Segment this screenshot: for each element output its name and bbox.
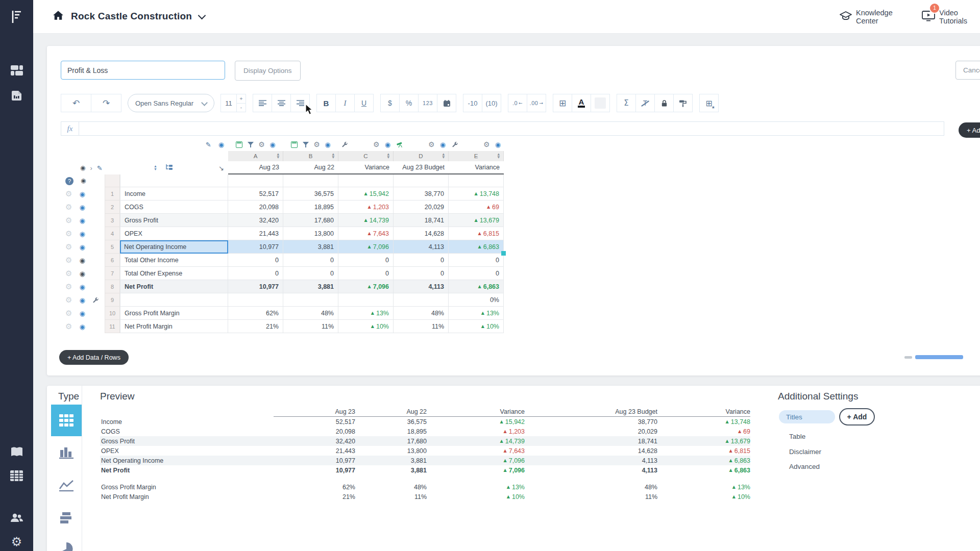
cell-D1[interactable]: 38,770: [394, 187, 449, 201]
cell-A4[interactable]: 21,443: [228, 227, 283, 240]
italic-button[interactable]: I: [335, 94, 355, 112]
cell-C10[interactable]: ▲13%: [338, 307, 394, 320]
wrench-icon[interactable]: [341, 141, 348, 148]
row-eye-icon[interactable]: ◉: [79, 323, 85, 330]
align-left-button[interactable]: [253, 94, 272, 112]
row-eye-icon[interactable]: ◉: [79, 231, 85, 237]
sum-button[interactable]: Σ: [617, 94, 636, 112]
cell-A7[interactable]: 0: [228, 267, 283, 280]
dashboard-icon[interactable]: [0, 65, 33, 77]
row-eye-icon[interactable]: ◉: [79, 297, 85, 304]
add-data-rows-button[interactable]: + Add Data / Rows: [59, 350, 129, 365]
row-eye-icon[interactable]: ◉: [79, 191, 85, 197]
row-gear-icon[interactable]: ⚙: [65, 217, 72, 224]
cell-C5[interactable]: ▲7,096: [338, 240, 394, 254]
row-eye-icon[interactable]: ◉: [79, 284, 85, 290]
library-icon[interactable]: [0, 447, 33, 457]
gear-icon[interactable]: ⚙: [313, 141, 320, 148]
cell-C8[interactable]: ▲7,096: [338, 280, 394, 293]
row-gear-icon[interactable]: ⚙: [65, 231, 72, 237]
filter-icon[interactable]: [248, 141, 254, 147]
fill-color-button[interactable]: [591, 94, 610, 112]
company-chevron-down-icon[interactable]: [198, 11, 206, 19]
cell-B2[interactable]: 18,895: [283, 201, 338, 214]
currency-format-button[interactable]: $: [380, 94, 400, 112]
company-name[interactable]: Rock Castle Construction: [71, 11, 192, 22]
column-header-D[interactable]: D▲▼: [394, 151, 449, 161]
expand-chevron-icon[interactable]: ›: [90, 164, 92, 172]
cell-D6[interactable]: 0: [394, 254, 449, 267]
cell-A2[interactable]: 20,098: [228, 201, 283, 214]
report-title-input[interactable]: [61, 61, 225, 80]
column-title-A[interactable]: Aug 23: [228, 161, 283, 174]
type-row-chart-button[interactable]: [51, 512, 82, 524]
bold-button[interactable]: B: [316, 94, 336, 112]
cell-A1[interactable]: 52,517: [228, 187, 283, 201]
filter-icon[interactable]: [303, 141, 309, 147]
row-gear-icon[interactable]: ⚙: [65, 244, 72, 251]
font-family-select[interactable]: Open Sans Regular: [128, 94, 214, 112]
cell-B10[interactable]: 48%: [283, 307, 338, 320]
cell-B9[interactable]: [283, 293, 338, 307]
cell-D5[interactable]: 4,113: [394, 240, 449, 254]
row-eye-icon[interactable]: ◉: [79, 310, 85, 317]
cell-D3[interactable]: 18,741: [394, 214, 449, 227]
row-label-cell[interactable]: Total Other Expense: [120, 267, 228, 280]
cell-C3[interactable]: ▲14,739: [338, 214, 394, 227]
eye-icon[interactable]: ◉: [80, 165, 85, 171]
eye-icon[interactable]: ◉: [81, 178, 86, 184]
telescope-icon[interactable]: [397, 141, 404, 148]
home-icon[interactable]: [53, 10, 64, 22]
increase-decimal-button[interactable]: .00→: [527, 94, 546, 112]
row-eye-icon[interactable]: ◉: [79, 217, 85, 224]
sort-rows-icon[interactable]: ▲▼: [154, 165, 157, 171]
cell-E4[interactable]: ▲6,815: [449, 227, 504, 240]
eye-icon[interactable]: ◉: [270, 141, 275, 148]
cancel-button[interactable]: Cancel: [955, 61, 980, 80]
cell-B3[interactable]: 17,680: [283, 214, 338, 227]
cell-A10[interactable]: 62%: [228, 307, 283, 320]
column-header-E[interactable]: E▲▼: [449, 151, 504, 161]
sort-icon[interactable]: ▲▼: [387, 153, 389, 159]
type-line-chart-button[interactable]: [51, 479, 82, 492]
help-icon[interactable]: ?: [65, 177, 74, 185]
type-table-button[interactable]: [51, 405, 82, 436]
gear-icon[interactable]: ⚙: [373, 141, 380, 148]
sort-icon[interactable]: ▲▼: [442, 153, 445, 159]
row-eye-icon[interactable]: ◉: [79, 270, 85, 277]
wrench-icon[interactable]: [92, 297, 99, 304]
font-size-decrease[interactable]: -: [237, 104, 246, 112]
cell-C4[interactable]: ▲7,643: [338, 227, 394, 240]
hierarchy-tree-icon[interactable]: [165, 164, 173, 172]
cell-B8[interactable]: 3,881: [283, 280, 338, 293]
reports-icon[interactable]: [0, 90, 33, 102]
font-size-stepper[interactable]: 11 + -: [220, 94, 246, 112]
cell-D8[interactable]: 4,113: [394, 280, 449, 293]
cell-E1[interactable]: ▲13,748: [449, 187, 504, 201]
row-gear-icon[interactable]: ⚙: [65, 270, 72, 277]
cell-E10[interactable]: ▲13%: [449, 307, 504, 320]
row-label-cell[interactable]: Gross Profit: [120, 214, 228, 227]
spreadsheet-icon[interactable]: [0, 470, 33, 481]
video-tutorials-link[interactable]: 1 Video Tutorials: [922, 9, 980, 25]
undo-button[interactable]: ↶: [61, 94, 91, 112]
settings-item-disclaimer[interactable]: Disclaimer: [782, 445, 828, 458]
cell-E9[interactable]: 0%: [449, 293, 504, 307]
settings-add-button[interactable]: + Add: [839, 408, 875, 425]
row-label-cell[interactable]: [120, 293, 228, 307]
cell-B5[interactable]: 3,881: [283, 240, 338, 254]
formula-bar-input[interactable]: [79, 121, 944, 136]
row-gear-icon[interactable]: ⚙: [65, 191, 72, 197]
gear-icon[interactable]: ⚙: [428, 141, 435, 148]
column-title-B[interactable]: Aug 22: [283, 161, 338, 174]
gear-icon[interactable]: ⚙: [483, 141, 490, 148]
borders-button[interactable]: ⊞: [553, 94, 572, 112]
sort-icon[interactable]: ▲▼: [497, 153, 500, 159]
settings-item-table[interactable]: Table: [782, 430, 813, 443]
settings-item-titles[interactable]: Titles: [779, 410, 835, 423]
font-color-button[interactable]: A: [572, 94, 591, 112]
knowledge-center-link[interactable]: Knowledge Center: [840, 9, 908, 25]
cell-B1[interactable]: 36,575: [283, 187, 338, 201]
add-column-button[interactable]: + Add: [959, 122, 980, 138]
display-options-button[interactable]: Display Options: [235, 61, 301, 81]
